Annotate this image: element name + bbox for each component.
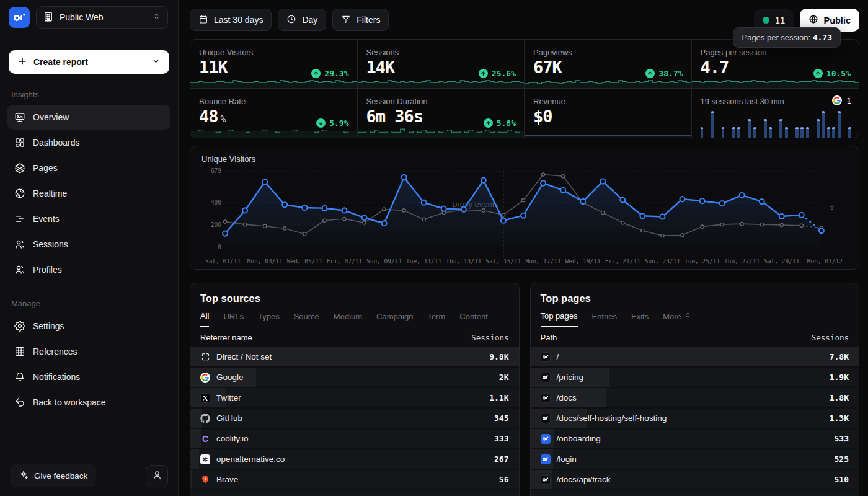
visitors-line-chart[interactable]: 0200400679proxy events0Sat, 01/11Mon, 03… <box>202 165 848 269</box>
plus-icon <box>17 56 27 68</box>
live-bar <box>769 127 772 138</box>
table-row[interactable]: /onboarding533 <box>531 429 859 448</box>
brave-icon <box>200 475 210 485</box>
row-value: 1.8K <box>830 393 849 402</box>
row-label: /docs/api/track <box>557 475 611 484</box>
sidebar-header: Public Web <box>0 0 178 35</box>
table-row[interactable]: /docs/self-hosting/self-hosting1.3K <box>531 409 859 428</box>
section-label-insights: Insights <box>0 74 178 104</box>
table-column-headers: Referrer nameSessions <box>190 327 519 347</box>
sidebar-item-label: Settings <box>33 321 64 331</box>
row-label: /docs <box>557 393 577 402</box>
live-bar <box>822 111 825 138</box>
sidebar-item-profiles[interactable]: Profiles <box>7 257 170 282</box>
metric-card-bounce-rate[interactable]: Bounce Rate48%5.9% <box>190 89 358 138</box>
metric-card-19-sessions-last-30-min[interactable]: 19 sessions last 30 min1 <box>692 89 859 138</box>
sidebar-item-events[interactable]: Events <box>7 206 170 231</box>
interval-label: Day <box>302 15 317 25</box>
table-row[interactable]: Twitter1.1K <box>190 388 519 407</box>
openpanel-logo-mark <box>12 11 26 24</box>
openpanel-favicon <box>541 475 551 485</box>
svg-text:0: 0 <box>218 244 221 250</box>
pages-icon <box>14 162 25 174</box>
openpanel-favicon <box>541 373 551 383</box>
tab-all[interactable]: All <box>200 311 209 327</box>
sidebar-item-label: References <box>33 347 78 356</box>
table-row[interactable]: Brave56 <box>190 470 519 489</box>
table-row[interactable]: /pricing1.9K <box>531 368 859 387</box>
interval-button[interactable]: Day <box>278 9 326 31</box>
table-tabs: AllURLsTypesSourceMediumCampaignTermCont… <box>200 311 509 327</box>
metric-sparkline <box>525 126 691 138</box>
table-row[interactable]: /docs1.8K <box>531 388 859 407</box>
date-range-button[interactable]: Last 30 days <box>190 9 272 31</box>
sidebar-item-pages[interactable]: Pages <box>7 156 170 180</box>
table-row[interactable]: Direct / Not set9.8K <box>190 347 519 366</box>
openpanel-favicon-blue <box>541 454 551 464</box>
row-label: Twitter <box>216 393 241 402</box>
svg-text:Mon, 03/11: Mon, 03/11 <box>247 258 283 265</box>
live-bar <box>748 119 751 138</box>
row-value: 2K <box>499 373 509 382</box>
row-value: 510 <box>835 475 849 484</box>
table-body: /7.8K/pricing1.9K/docs1.8K/docs/self-hos… <box>531 347 859 496</box>
row-label: /docs/self-hosting/self-hosting <box>557 414 667 423</box>
metric-card-pageviews[interactable]: Pageviews67K38.7% <box>525 40 692 89</box>
metric-label: Unique Visitors <box>199 48 253 57</box>
metric-card-revenue[interactable]: Revenue$0 <box>525 89 692 138</box>
workspace-selector[interactable]: Public Web <box>36 6 168 29</box>
sidebar-item-dashboards[interactable]: Dashboards <box>7 130 170 155</box>
table-row[interactable]: openalternative.co267 <box>190 450 519 469</box>
live-bar <box>817 119 820 138</box>
dashboards-icon <box>14 137 25 148</box>
live-bar <box>753 127 756 138</box>
metric-card-unique-visitors[interactable]: Unique Visitors11K29.3% <box>190 40 358 89</box>
tab-source[interactable]: Source <box>294 311 319 327</box>
table-row[interactable]: /7.8K <box>531 347 859 366</box>
tab-medium[interactable]: Medium <box>334 311 362 327</box>
sidebar-item-realtime[interactable]: Realtime <box>7 181 170 206</box>
give-feedback-button[interactable]: Give feedback <box>10 464 96 487</box>
chevrons-up-down-icon <box>684 311 692 321</box>
table-row[interactable]: GitHub345 <box>190 409 519 428</box>
sidebar-item-back-to-workspace[interactable]: Back to workspace <box>7 390 170 415</box>
filters-button[interactable]: Filters <box>332 9 389 31</box>
row-value: 267 <box>494 454 508 464</box>
live-visitors-count: 11 <box>775 16 786 25</box>
tab-term[interactable]: Term <box>427 311 445 327</box>
tab-entries[interactable]: Entries <box>592 311 617 327</box>
live-bar <box>848 127 851 138</box>
tab-urls[interactable]: URLs <box>223 311 244 327</box>
sidebar-item-overview[interactable]: Overview <box>7 105 170 130</box>
create-report-button[interactable]: Create report <box>9 50 169 74</box>
account-button[interactable] <box>146 465 168 487</box>
metric-sparkline <box>190 77 357 88</box>
table-title: Top pages <box>541 293 849 304</box>
table-row[interactable]: Google2K <box>190 368 519 387</box>
tab-campaign[interactable]: Campaign <box>376 311 413 327</box>
openpanel-logo[interactable] <box>9 7 30 28</box>
tab-more[interactable]: More <box>663 311 692 327</box>
sidebar-item-settings[interactable]: Settings <box>7 314 170 339</box>
tab-content[interactable]: Content <box>459 311 488 327</box>
sidebar-item-label: Profiles <box>33 265 62 275</box>
svg-text:200: 200 <box>211 221 221 228</box>
metric-card-session-duration[interactable]: Session Duration6m 36s5.8% <box>358 89 525 138</box>
sidebar-item-references[interactable]: References <box>7 339 170 364</box>
column-header-sessions[interactable]: Sessions <box>812 333 849 342</box>
metric-card-sessions[interactable]: Sessions14K25.6% <box>358 40 525 89</box>
tab-types[interactable]: Types <box>258 311 280 327</box>
sidebar-item-sessions[interactable]: Sessions <box>7 232 170 257</box>
tab-top-pages[interactable]: Top pages <box>541 311 578 327</box>
metric-label: Bounce Rate <box>199 97 246 106</box>
row-label: /onboarding <box>557 434 601 443</box>
row-value: 345 <box>494 414 508 423</box>
column-header-sessions[interactable]: Sessions <box>471 333 508 342</box>
tab-exits[interactable]: Exits <box>631 311 649 327</box>
table-row[interactable]: /docs/api/track510 <box>531 470 859 489</box>
row-label: / <box>557 352 559 361</box>
sidebar-item-notifications[interactable]: Notifications <box>7 365 170 389</box>
table-row[interactable]: /login525 <box>531 450 859 469</box>
table-row[interactable]: Ccoolify.io333 <box>190 429 519 448</box>
calendar-icon <box>198 14 208 26</box>
